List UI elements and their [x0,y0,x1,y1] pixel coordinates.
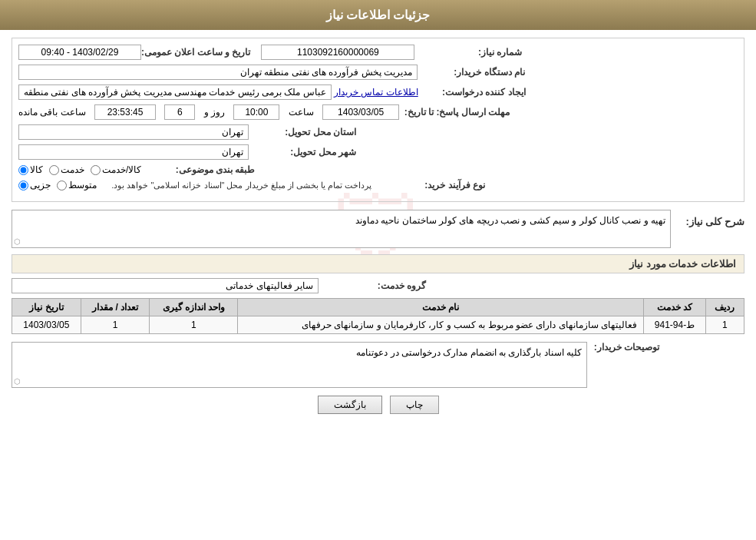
col-service-code: کد خدمت [644,299,706,316]
deadline-days: 6 [164,104,195,120]
cell-service-code: ط-94-941 [644,316,706,334]
services-section: اطلاعات خدمات مورد نیاز گروه خدمت: سایر … [12,254,744,334]
purchase-joz-radio[interactable] [18,181,28,190]
category-khedmat[interactable]: خدمت [49,164,84,175]
category-khedmat-radio[interactable] [49,165,59,175]
buyer-notes-text: کلیه اسناد بارگذاری به انضمام مدارک درخو… [356,347,582,358]
category-label: طبقه بندی موضوعی: [147,164,255,175]
need-number-value: 1103092160000069 [261,45,414,60]
info-section: شماره نیاز: 1103092160000069 تاریخ و ساع… [12,38,744,202]
purchase-joz[interactable]: جزیی [18,180,51,190]
col-date: تاریخ نیاز [12,299,81,316]
deadline-row: مهلت ارسال پاسخ: تا تاریخ: 1403/03/05 سا… [18,104,738,120]
service-group-row: گروه خدمت: سایر فعالیتهای خدماتی [12,278,744,293]
deadline-date: 1403/03/05 [322,104,399,120]
col-unit: واحد اندازه گیری [150,299,238,316]
province-label: استان محل تحویل: [249,127,356,137]
remaining-label: ساعت باقی مانده [18,107,86,118]
category-kala-radio[interactable] [18,165,28,175]
back-button[interactable]: بازگشت [318,396,382,414]
need-number-label: شماره نیاز: [414,47,522,58]
province-value: تهران [18,124,249,140]
notes-resize-handle: ⬡ [14,377,21,386]
requester-row: ایجاد کننده درخواست: اطلاعات تماس خریدار… [18,84,738,100]
purchase-type-row: نوع فرآیند خرید: پرداخت تمام یا بخشی از … [18,180,738,190]
deadline-time: 10:00 [233,104,279,120]
deadline-countdown: 23:53:45 [94,104,156,120]
city-value: تهران [18,144,249,160]
col-row-num: ردیف [705,299,744,316]
purchase-motavaset-label: متوسط [68,180,97,190]
announce-datetime-label: تاریخ و ساعت اعلان عمومی: [141,47,250,58]
category-row: طبقه بندی موضوعی: کالا/خدمت خدمت کالا [18,164,738,175]
announce-datetime-value: 1403/02/29 - 09:40 [18,45,141,60]
category-kala-khedmat[interactable]: کالا/خدمت [91,164,141,175]
requester-label: ایجاد کننده درخواست: [418,87,526,98]
requester-link[interactable]: اطلاعات تماس خریدار [334,87,418,98]
category-kala-khedmat-label: کالا/خدمت [102,164,141,175]
category-khedmat-label: خدمت [61,164,84,175]
cell-date: 1403/03/05 [12,316,81,334]
table-row: 1 ط-94-941 فعالیتهای سازمانهای دارای عضو… [12,316,744,334]
print-button[interactable]: چاپ [390,396,439,414]
buyer-notes-section: توصیحات خریدار: کلیه اسناد بارگذاری به ا… [12,342,744,388]
purchase-motavaset[interactable]: متوسط [57,180,97,190]
buyer-org-label: نام دستگاه خریدار: [418,67,525,78]
service-group-value: سایر فعالیتهای خدماتی [12,278,319,293]
footer-buttons: چاپ بازگشت [12,396,744,414]
need-desc-text: تهیه و نصب کانال کولر و سیم کشی و نصب در… [355,215,665,226]
cell-unit: 1 [150,316,238,334]
col-service-name: نام خدمت [238,299,644,316]
hour-label: ساعت [289,107,314,118]
province-row: استان محل تحویل: تهران [18,124,738,140]
city-label: شهر محل تحویل: [249,147,356,157]
need-desc-box: تهیه و نصب کانال کولر و سیم کشی و نصب در… [12,210,671,248]
day-label: روز و [204,107,225,118]
services-section-title: اطلاعات خدمات مورد نیاز [12,254,744,273]
content-area: 🛡 شماره نیاز: 1103092160000069 تاریخ و س… [0,30,756,429]
category-kala[interactable]: کالا [18,164,43,175]
need-desc-section: شرح کلی نیاز: تهیه و نصب کانال کولر و سی… [12,210,744,248]
buyer-notes-box: کلیه اسناد بارگذاری به انضمام مدارک درخو… [12,342,587,388]
category-kala-khedmat-radio[interactable] [91,165,101,175]
deadline-label: مهلت ارسال پاسخ: تا تاریخ: [402,107,510,118]
cell-quantity: 1 [81,316,150,334]
page-header: جزئیات اطلاعات نیاز [0,0,756,30]
purchase-type-label: نوع فرآیند خرید: [378,180,485,190]
buyer-org-value: مدیریت پخش فرآورده های نفتی منطقه تهران [18,65,418,80]
resize-handle: ⬡ [14,237,21,246]
purchase-joz-label: جزیی [30,180,51,190]
purchase-motavaset-radio[interactable] [57,181,67,190]
col-quantity: تعداد / مقدار [81,299,150,316]
page-container: جزئیات اطلاعات نیاز 🛡 شماره نیاز: 110309… [0,0,756,540]
cell-service-name: فعالیتهای سازمانهای دارای عضو مربوط به ک… [238,316,644,334]
requester-value: عباس ملک برمی رئیس خدمات مهندسی مدیریت پ… [18,84,332,100]
buyer-notes-label: توصیحات خریدار: [590,342,659,353]
service-group-label: گروه خدمت: [319,280,426,291]
purchase-note: پرداخت تمام یا بخشی از مبلغ خریدار محل "… [111,181,371,190]
need-desc-title: شرح کلی نیاز: [675,216,744,227]
category-kala-label: کالا [30,164,43,175]
page-title: جزئیات اطلاعات نیاز [326,8,431,22]
buyer-org-row: نام دستگاه خریدار: مدیریت پخش فرآورده ها… [18,65,738,80]
cell-row-num: 1 [705,316,744,334]
services-table: ردیف کد خدمت نام خدمت واحد اندازه گیری ت… [12,298,744,334]
city-row: شهر محل تحویل: تهران [18,144,738,160]
need-number-row: شماره نیاز: 1103092160000069 تاریخ و ساع… [18,45,738,60]
